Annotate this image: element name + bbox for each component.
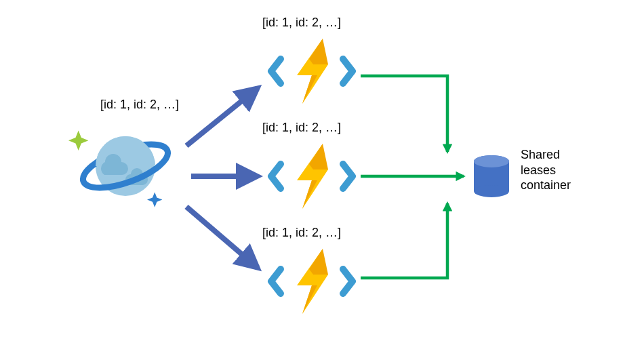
diagram-stage: [id: 1, id: 2, …] [id: 1, id: 2, …] [id:… <box>0 0 644 362</box>
diagram-canvas <box>0 0 644 362</box>
azure-function-icon-1 <box>271 39 353 104</box>
svg-point-6 <box>474 185 509 197</box>
cosmos-db-icon <box>68 131 173 207</box>
arrow-source-to-func-1 <box>186 88 258 146</box>
database-icon <box>474 155 509 197</box>
azure-function-icon-2 <box>271 144 353 209</box>
arrow-func-1-to-db <box>361 76 447 152</box>
svg-point-7 <box>474 155 509 167</box>
azure-function-icon-3 <box>271 249 353 314</box>
arrow-source-to-func-3 <box>186 207 258 268</box>
arrow-func-3-to-db <box>361 203 447 278</box>
